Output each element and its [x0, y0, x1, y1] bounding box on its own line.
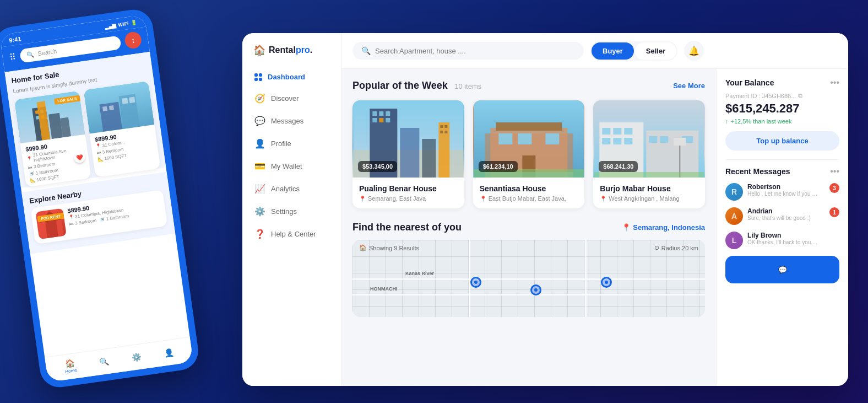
prop-price-3: $68.241,30 [599, 161, 638, 172]
msg-badge-1: 3 [829, 183, 839, 193]
map-pin-2[interactable] [530, 284, 541, 295]
divider [725, 159, 839, 160]
copy-icon[interactable]: ⧉ [798, 92, 802, 99]
sidebar-item-wallet[interactable]: 💳 My Wallet [248, 155, 335, 177]
property-cards: $53.345,00 Pualing Benar House 📍 Semaran… [352, 100, 705, 208]
sidebar-item-messages[interactable]: 💬 Messages [248, 110, 335, 132]
help-icon: ❓ [254, 229, 265, 239]
balance-change: ↑ +12,5% than last week [725, 118, 839, 125]
map-radius: ⊙ Radius 20 km [654, 244, 698, 251]
right-panel: Your Balance ••• Payment ID : J45GH686..… [716, 69, 848, 386]
prop-img-2: $61.234,10 [473, 100, 585, 178]
prop-info-3: Burjo Mabar House 📍 West Angkringan , Ma… [593, 178, 705, 208]
logo-icon: 🏠 [253, 44, 265, 56]
sidebar-item-discover[interactable]: 🧭 Discover [248, 88, 335, 109]
prop-img-1: $53.345,00 [352, 100, 464, 178]
notification-button[interactable]: 🔔 [684, 41, 704, 61]
balance-header: Your Balance ••• [725, 78, 839, 88]
property-card-2[interactable]: $61.234,10 Senantiasa House 📍 East Butjo… [473, 100, 585, 208]
sidebar-item-profile[interactable]: 👤 Profile [248, 133, 335, 154]
discover-icon: 🧭 [254, 93, 265, 104]
messages-more-button[interactable]: ••• [830, 166, 839, 176]
svg-rect-31 [440, 131, 443, 133]
sidebar-item-analytics[interactable]: 📈 Analytics [248, 178, 335, 200]
seller-button[interactable]: Seller [635, 42, 676, 60]
avatar-robertson: R [725, 183, 743, 201]
svg-rect-50 [614, 138, 622, 144]
messages-header: Recent Messages ••• [725, 166, 839, 176]
svg-rect-38 [518, 133, 531, 144]
message-item-3[interactable]: L Lily Brown OK thanks, I'll back to you… [725, 232, 839, 249]
popular-count: 10 items [454, 82, 481, 90]
sidebar-wallet-label: My Wallet [271, 162, 302, 170]
msg-preview-1: Hello , Let me know if you still ... [747, 191, 819, 197]
svg-rect-5 [48, 113, 62, 139]
map-pin-3[interactable] [601, 277, 612, 288]
phone-cards-row: FOR SALE [14, 81, 161, 187]
balance-title: Your Balance [725, 78, 774, 87]
svg-rect-12 [122, 98, 128, 104]
nav-home[interactable]: 🏠 Home [63, 358, 77, 374]
msg-body-3: Lily Brown OK thanks, I'll back to you A… [747, 232, 839, 245]
svg-rect-21 [379, 111, 383, 116]
topup-button[interactable]: Top up balance [725, 131, 839, 151]
map-road-vertical-1 [469, 240, 470, 317]
building-svg-2 [94, 83, 144, 132]
see-more-link[interactable]: See More [673, 82, 705, 90]
home-nav-label: Home [65, 368, 77, 374]
phone-frame: 9:41 ▂▄▆ WiFi 🔋 ⠿ 🔍 Search ↕ [0, 7, 201, 390]
map-container[interactable]: Kanas River HONMACHI 🏠 Showing 9 Results… [352, 240, 705, 317]
svg-rect-56 [674, 138, 686, 146]
time: 9:41 [9, 35, 21, 44]
sidebar-item-help[interactable]: ❓ Help & Center [248, 223, 335, 245]
svg-rect-32 [444, 131, 447, 133]
phone-card-1[interactable]: FOR SALE [14, 90, 91, 187]
nav-profile[interactable]: 👤 [164, 347, 174, 357]
phone-avatar-btn[interactable]: ↕ [124, 31, 143, 50]
msg-body-1: Robertson Hello , Let me know if you sti… [747, 183, 825, 197]
svg-rect-46 [603, 128, 611, 135]
map-road-horizontal [352, 278, 705, 280]
phone-card-2[interactable]: $899.90 📍31 Colum... 🛏 3 Bedroom 📐 1600 … [83, 81, 160, 178]
bell-icon: 🔔 [688, 46, 699, 56]
msg-preview-2: Sure, that's will be good :) [747, 215, 819, 221]
logo-text: Rentalpro. [269, 45, 312, 55]
card-1-image: FOR SALE [14, 90, 85, 143]
sidebar-item-dashboard[interactable]: Dashboard [248, 67, 335, 87]
nearest-title: Find the nearest of you [352, 222, 462, 233]
prop-location-3: 📍 West Angkringan , Malang [600, 195, 698, 202]
chat-cta-button[interactable]: 💬 [725, 256, 839, 283]
svg-rect-10 [102, 106, 107, 111]
property-card-3[interactable]: $68.241,30 Burjo Mabar House 📍 West Angk… [593, 100, 705, 208]
chat-icon: 💬 [778, 266, 787, 274]
phone-search-text: Search [37, 47, 57, 57]
location-tag: 📍 Semarang, Indonesia [622, 223, 705, 232]
message-item-2[interactable]: A Andrian Sure, that's will be good :) 1 [725, 207, 839, 225]
prop-name-1: Pualing Benar House [359, 184, 458, 193]
dashboard: 🏠 Rentalpro. Dashboard � [242, 33, 848, 386]
svg-rect-49 [603, 138, 611, 144]
buyer-button[interactable]: Buyer [592, 42, 634, 60]
building-svg-1 [25, 92, 74, 142]
property-card-1[interactable]: $53.345,00 Pualing Benar House 📍 Semaran… [352, 100, 464, 208]
location-icon-3: 📍 [600, 196, 606, 202]
nav-search[interactable]: 🔍 [99, 356, 109, 366]
prop-info-1: Pualing Benar House 📍 Semarang, East Jav… [352, 178, 464, 208]
grid-icon[interactable]: ⠿ [9, 51, 17, 62]
explore-card-info: $899.90 📍31 Columbia, Hightstown 🛏 3 Bed… [67, 195, 162, 235]
msg-badge-2: 1 [829, 207, 839, 217]
sidebar-item-settings[interactable]: ⚙️ Settings [248, 201, 335, 222]
search-wrap[interactable]: 🔍 [352, 42, 584, 60]
map-pin-1[interactable] [470, 277, 481, 288]
dash-header: 🔍 Buyer Seller 🔔 [341, 33, 848, 69]
prop-location-2: 📍 East Butjo Mabar, East Java, [480, 195, 578, 202]
avatar-initials-3: L [725, 232, 743, 249]
sidebar-messages-label: Messages [271, 117, 303, 125]
phone-search-icon: 🔍 [26, 51, 35, 59]
balance-more-button[interactable]: ••• [830, 78, 839, 88]
svg-rect-24 [379, 118, 383, 122]
search-input[interactable] [375, 47, 575, 55]
sidebar-help-label: Help & Center [271, 230, 316, 238]
nav-settings[interactable]: ⚙️ [131, 352, 142, 362]
message-item-1[interactable]: R Robertson Hello , Let me know if you s… [725, 183, 839, 201]
